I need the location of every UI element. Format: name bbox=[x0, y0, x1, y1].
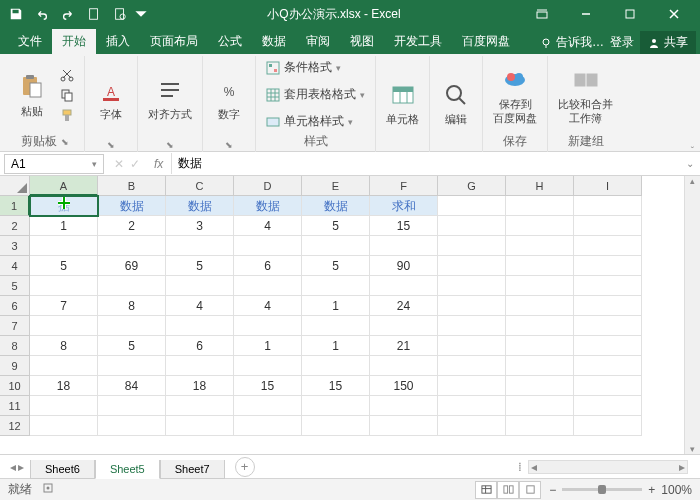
login-link[interactable]: 登录 bbox=[610, 34, 634, 51]
cell[interactable]: 6 bbox=[166, 336, 234, 356]
cell[interactable] bbox=[506, 256, 574, 276]
copy-button[interactable] bbox=[56, 87, 78, 103]
cell[interactable]: 150 bbox=[370, 376, 438, 396]
cell[interactable]: 数据 bbox=[98, 196, 166, 216]
column-header[interactable]: D bbox=[234, 176, 302, 196]
cell[interactable]: 5 bbox=[30, 256, 98, 276]
cell[interactable] bbox=[506, 276, 574, 296]
cell[interactable] bbox=[98, 356, 166, 376]
cell[interactable]: 5 bbox=[98, 336, 166, 356]
cell[interactable] bbox=[234, 356, 302, 376]
column-header[interactable]: G bbox=[438, 176, 506, 196]
number-button[interactable]: %数字 bbox=[209, 72, 249, 123]
cell[interactable] bbox=[98, 396, 166, 416]
ribbon-options-icon[interactable] bbox=[520, 0, 564, 28]
cell[interactable] bbox=[574, 356, 642, 376]
tab-baidu[interactable]: 百度网盘 bbox=[452, 29, 520, 54]
minimize-icon[interactable] bbox=[564, 0, 608, 28]
tab-developer[interactable]: 开发工具 bbox=[384, 29, 452, 54]
cell[interactable] bbox=[234, 396, 302, 416]
cell[interactable] bbox=[302, 316, 370, 336]
cell[interactable] bbox=[166, 316, 234, 336]
cell[interactable]: 5 bbox=[302, 256, 370, 276]
cell[interactable] bbox=[30, 316, 98, 336]
cell[interactable]: 1 bbox=[30, 216, 98, 236]
zoom-in-button[interactable]: + bbox=[648, 483, 655, 497]
row-header[interactable]: 6 bbox=[0, 296, 30, 316]
cell[interactable] bbox=[506, 196, 574, 216]
cell[interactable] bbox=[302, 276, 370, 296]
cell[interactable] bbox=[370, 276, 438, 296]
table-format-button[interactable]: 套用表格格式▾ bbox=[262, 85, 369, 104]
cell[interactable] bbox=[30, 276, 98, 296]
cell[interactable] bbox=[438, 296, 506, 316]
cell[interactable] bbox=[166, 396, 234, 416]
name-box[interactable]: A1▾ bbox=[4, 154, 104, 174]
cell-styles-button[interactable]: 单元格样式▾ bbox=[262, 112, 369, 131]
row-header[interactable]: 7 bbox=[0, 316, 30, 336]
cell[interactable]: 1 bbox=[234, 336, 302, 356]
tell-me[interactable]: 告诉我… bbox=[540, 34, 604, 51]
zoom-slider[interactable] bbox=[562, 488, 642, 491]
tab-home[interactable]: 开始 bbox=[52, 29, 96, 54]
cell[interactable] bbox=[166, 416, 234, 436]
cell[interactable]: 2 bbox=[98, 216, 166, 236]
paste-button[interactable]: 粘贴 bbox=[12, 69, 52, 120]
cell[interactable] bbox=[30, 396, 98, 416]
cell[interactable] bbox=[30, 356, 98, 376]
alignment-button[interactable]: 对齐方式 bbox=[144, 72, 196, 123]
row-header[interactable]: 2 bbox=[0, 216, 30, 236]
cell[interactable]: 3 bbox=[166, 216, 234, 236]
vertical-scrollbar[interactable] bbox=[684, 176, 700, 454]
cell[interactable] bbox=[574, 256, 642, 276]
expand-formula-icon[interactable]: ⌄ bbox=[680, 158, 700, 169]
dialog-launcher-icon[interactable]: ⬊ bbox=[225, 140, 233, 150]
cell[interactable] bbox=[234, 236, 302, 256]
row-header[interactable]: 12 bbox=[0, 416, 30, 436]
normal-view-icon[interactable] bbox=[475, 481, 497, 499]
column-header[interactable]: B bbox=[98, 176, 166, 196]
cell[interactable]: 8 bbox=[98, 296, 166, 316]
cell[interactable] bbox=[302, 396, 370, 416]
cell[interactable] bbox=[438, 416, 506, 436]
cell[interactable]: 求和 bbox=[370, 196, 438, 216]
tab-page-layout[interactable]: 页面布局 bbox=[140, 29, 208, 54]
column-header[interactable]: E bbox=[302, 176, 370, 196]
cell[interactable] bbox=[438, 216, 506, 236]
save-icon[interactable] bbox=[4, 2, 28, 26]
cell[interactable] bbox=[506, 216, 574, 236]
cell[interactable] bbox=[98, 316, 166, 336]
cell[interactable] bbox=[574, 316, 642, 336]
page-break-view-icon[interactable] bbox=[519, 481, 541, 499]
cell[interactable] bbox=[98, 276, 166, 296]
zoom-out-button[interactable]: − bbox=[549, 483, 556, 497]
cell[interactable] bbox=[30, 416, 98, 436]
cell[interactable] bbox=[234, 276, 302, 296]
dialog-launcher-icon[interactable]: ⬊ bbox=[166, 140, 174, 150]
cut-button[interactable] bbox=[56, 67, 78, 83]
row-header[interactable]: 10 bbox=[0, 376, 30, 396]
cell[interactable] bbox=[302, 236, 370, 256]
cell[interactable] bbox=[438, 316, 506, 336]
cell[interactable] bbox=[370, 396, 438, 416]
page-layout-view-icon[interactable] bbox=[497, 481, 519, 499]
cell[interactable]: 数据 bbox=[302, 196, 370, 216]
undo-icon[interactable] bbox=[30, 2, 54, 26]
cell[interactable] bbox=[438, 336, 506, 356]
cell[interactable] bbox=[506, 376, 574, 396]
cell[interactable] bbox=[506, 236, 574, 256]
cell[interactable] bbox=[98, 416, 166, 436]
tab-file[interactable]: 文件 bbox=[8, 29, 52, 54]
add-sheet-button[interactable]: + bbox=[235, 457, 255, 477]
cell[interactable] bbox=[574, 396, 642, 416]
cell[interactable]: 数据 bbox=[166, 196, 234, 216]
cell[interactable]: 1 bbox=[302, 336, 370, 356]
conditional-format-button[interactable]: 条件格式▾ bbox=[262, 58, 369, 77]
cell[interactable]: 84 bbox=[98, 376, 166, 396]
cell[interactable] bbox=[438, 256, 506, 276]
tab-data[interactable]: 数据 bbox=[252, 29, 296, 54]
close-icon[interactable] bbox=[652, 0, 696, 28]
column-header[interactable]: H bbox=[506, 176, 574, 196]
row-header[interactable]: 11 bbox=[0, 396, 30, 416]
cell[interactable]: 8 bbox=[30, 336, 98, 356]
